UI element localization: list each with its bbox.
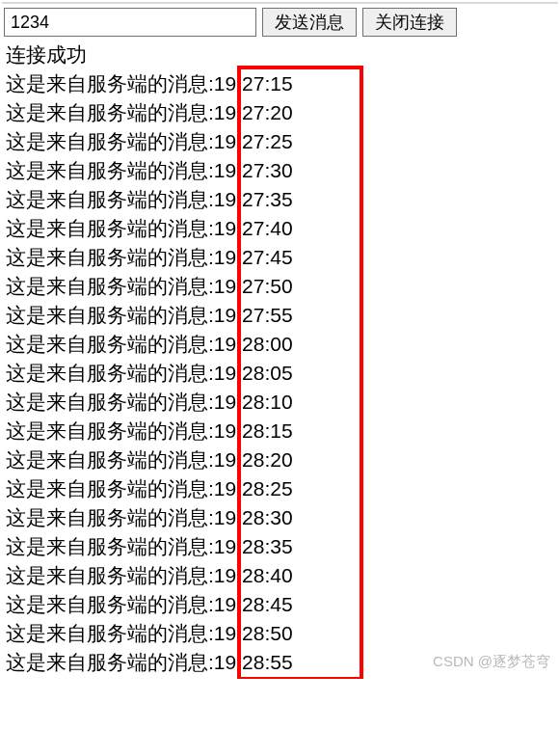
message-row: 这是来自服务端的消息: 19:27:20 [6,98,554,127]
message-row: 这是来自服务端的消息: 19:28:40 [6,561,554,590]
message-time: 19:27:25 [214,127,293,156]
message-time: 19:27:15 [214,69,293,98]
message-time: 19:28:15 [214,417,293,446]
message-prefix: 这是来自服务端的消息: [6,648,214,677]
message-input[interactable] [4,8,256,37]
message-time: 19:27:50 [214,272,293,301]
message-row: 这是来自服务端的消息: 19:28:50 [6,619,554,648]
message-time: 19:28:00 [214,330,293,359]
message-row: 这是来自服务端的消息: 19:28:45 [6,590,554,619]
message-prefix: 这是来自服务端的消息: [6,330,214,359]
message-row: 这是来自服务端的消息: 19:27:25 [6,127,554,156]
message-row: 这是来自服务端的消息: 19:27:45 [6,243,554,272]
message-time: 19:28:35 [214,532,293,561]
message-time: 19:27:20 [214,98,293,127]
message-row: 这是来自服务端的消息: 19:28:20 [6,446,554,474]
send-button[interactable]: 发送消息 [262,8,357,37]
message-row: 这是来自服务端的消息: 19:28:25 [6,474,554,503]
message-row: 这是来自服务端的消息: 19:28:00 [6,330,554,359]
message-row: 这是来自服务端的消息: 19:28:15 [6,417,554,446]
message-prefix: 这是来自服务端的消息: [6,185,214,214]
message-prefix: 这是来自服务端的消息: [6,446,214,474]
controls-bar: 发送消息 关闭连接 [2,2,558,40]
message-row: 这是来自服务端的消息: 19:27:55 [6,301,554,330]
message-prefix: 这是来自服务端的消息: [6,561,214,590]
message-prefix: 这是来自服务端的消息: [6,301,214,330]
message-time: 19:28:55 [214,648,293,677]
message-time: 19:27:30 [214,156,293,185]
message-row: 这是来自服务端的消息: 19:28:10 [6,388,554,417]
message-row: 这是来自服务端的消息: 19:27:35 [6,185,554,214]
message-row: 这是来自服务端的消息: 19:27:40 [6,214,554,243]
message-time: 19:28:20 [214,446,293,474]
message-prefix: 这是来自服务端的消息: [6,388,214,417]
message-time: 19:27:55 [214,301,293,330]
message-prefix: 这是来自服务端的消息: [6,474,214,503]
message-prefix: 这是来自服务端的消息: [6,243,214,272]
message-time: 19:28:25 [214,474,293,503]
message-time: 19:28:45 [214,590,293,619]
message-row: 这是来自服务端的消息: 19:27:30 [6,156,554,185]
message-prefix: 这是来自服务端的消息: [6,532,214,561]
message-prefix: 这是来自服务端的消息: [6,359,214,388]
message-time: 19:27:45 [214,243,293,272]
message-time: 19:28:10 [214,388,293,417]
message-prefix: 这是来自服务端的消息: [6,98,214,127]
message-row: 这是来自服务端的消息: 19:27:50 [6,272,554,301]
watermark-text: CSDN @逐梦苍穹 [433,653,550,671]
message-prefix: 这是来自服务端的消息: [6,69,214,98]
message-time: 19:27:35 [214,185,293,214]
message-row: 这是来自服务端的消息: 19:28:30 [6,503,554,532]
message-prefix: 这是来自服务端的消息: [6,214,214,243]
message-prefix: 这是来自服务端的消息: [6,590,214,619]
message-prefix: 这是来自服务端的消息: [6,272,214,301]
message-time: 19:27:40 [214,214,293,243]
message-prefix: 这是来自服务端的消息: [6,503,214,532]
message-prefix: 这是来自服务端的消息: [6,156,214,185]
message-prefix: 这是来自服务端的消息: [6,619,214,648]
message-log: 这是来自服务端的消息: 19:27:15这是来自服务端的消息: 19:27:20… [2,69,558,677]
message-time: 19:28:30 [214,503,293,532]
message-row: 这是来自服务端的消息: 19:28:35 [6,532,554,561]
message-prefix: 这是来自服务端的消息: [6,417,214,446]
message-time: 19:28:50 [214,619,293,648]
connection-status: 连接成功 [2,40,558,69]
message-row: 这是来自服务端的消息: 19:28:05 [6,359,554,388]
message-prefix: 这是来自服务端的消息: [6,127,214,156]
message-time: 19:28:40 [214,561,293,590]
close-button[interactable]: 关闭连接 [362,8,457,37]
message-time: 19:28:05 [214,359,293,388]
message-row: 这是来自服务端的消息: 19:27:15 [6,69,554,98]
